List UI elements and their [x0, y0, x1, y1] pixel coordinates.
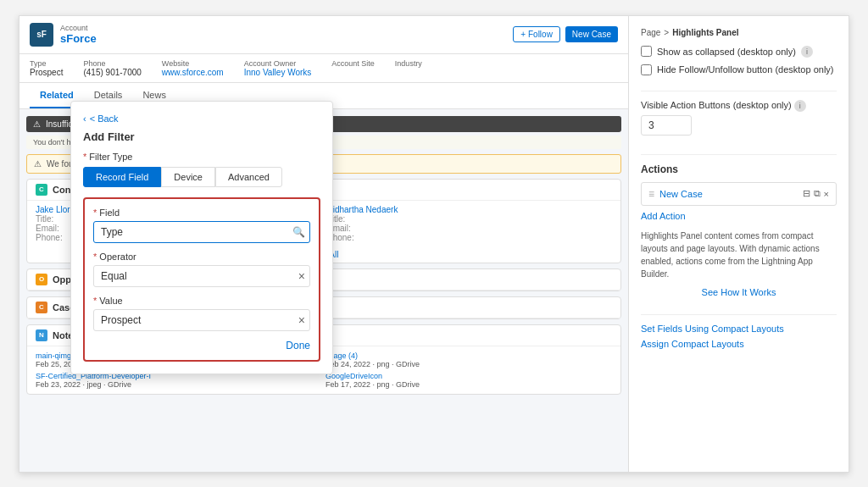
right-panel: Page > Highlights Panel Show as collapse…: [628, 16, 849, 472]
checkbox-follow-label: Hide Follow/Unfollow button (desktop onl…: [657, 64, 834, 75]
account-header: sF Account sForce + Follow New Case: [19, 16, 628, 54]
value-input-wrap: ×: [93, 309, 310, 331]
meta-industry-label: Industry: [395, 59, 422, 68]
filter-overlay-panel: ‹ < Back Add Filter * Filter Type Record…: [70, 101, 333, 374]
account-icon: sF: [30, 23, 53, 47]
contacts-icon: C: [36, 184, 47, 196]
operator-clear-icon[interactable]: ×: [298, 269, 305, 283]
opportunities-icon: O: [36, 274, 47, 285]
note-item-4: GoogleDriveIcon Feb 17, 2022 · png · GDr…: [326, 372, 612, 389]
alert-icon: ⚠: [33, 119, 41, 129]
checkbox-follow[interactable]: [641, 64, 652, 75]
info-icon-collapsed[interactable]: i: [801, 46, 813, 58]
action-icon-btn-1[interactable]: ⊟: [803, 188, 810, 199]
field-input-wrap: 🔍: [93, 221, 310, 243]
breadcrumb-current: Highlights Panel: [672, 28, 738, 37]
actions-label: Actions: [641, 163, 837, 175]
breadcrumb-page[interactable]: Page: [641, 28, 660, 37]
filter-tab-device[interactable]: Device: [161, 167, 215, 187]
contact-title-2: Title:: [327, 214, 612, 224]
action-icons: ⊟ ⧉ ×: [803, 188, 829, 199]
visible-actions-value: 3: [641, 115, 692, 136]
field-label: * Field: [93, 208, 310, 218]
action-icon-btn-2[interactable]: ⧉: [814, 188, 821, 199]
note-name-2[interactable]: image (4): [326, 351, 612, 360]
action-item-new-case: ≡ New Case ⊟ ⧉ ×: [641, 182, 837, 206]
account-meta: Type Prospect Phone (415) 901-7000 Websi…: [19, 54, 628, 83]
contact-name-2[interactable]: Sidhartha Nedaerk: [327, 205, 612, 214]
done-button[interactable]: Done: [286, 340, 310, 351]
contact-item-2: Sidhartha Nedaerk Title: Email: Phone:: [327, 205, 612, 242]
contact-phone-2: Phone:: [327, 233, 612, 242]
warning-icon: ⚠: [34, 159, 42, 169]
filter-tab-advanced[interactable]: Advanced: [215, 167, 282, 187]
info-text: Highlights Panel content comes from comp…: [641, 230, 837, 280]
filter-tab-record-field[interactable]: Record Field: [83, 167, 161, 187]
account-type-label: Account: [60, 24, 97, 32]
note-item-3: SF-Certified_Platform-Developer-I Feb 23…: [36, 372, 322, 389]
note-date-2: Feb 24, 2022 · png · GDrive: [326, 360, 612, 368]
operator-select-wrap: Equal ×: [93, 265, 310, 287]
action-name-new-case[interactable]: New Case: [659, 189, 703, 199]
set-fields-link[interactable]: Set Fields Using Compact Layouts: [641, 324, 837, 334]
notes-icon: N: [36, 329, 47, 341]
operator-select[interactable]: Equal: [93, 265, 310, 287]
filter-type-label: * Filter Type: [83, 152, 320, 162]
done-row: Done: [93, 340, 310, 351]
action-close-btn[interactable]: ×: [824, 189, 829, 199]
checkbox-collapsed-row: Show as collapsed (desktop only) i: [641, 46, 837, 58]
meta-site-label: Account Site: [331, 59, 375, 68]
meta-phone-label: Phone: [83, 59, 141, 68]
checkbox-collapsed-label: Show as collapsed (desktop only): [657, 47, 796, 57]
note-item-2: image (4) Feb 24, 2022 · png · GDrive: [326, 351, 612, 368]
add-action-link[interactable]: Add Action: [641, 211, 837, 221]
field-input[interactable]: [93, 221, 310, 243]
value-clear-icon[interactable]: ×: [298, 313, 305, 327]
operator-label: * Operator: [93, 252, 310, 262]
meta-owner-value[interactable]: Inno Valley Works: [244, 68, 312, 77]
info-icon-visible-actions[interactable]: i: [794, 100, 806, 112]
divider-2: [641, 154, 837, 155]
account-name: sForce: [60, 32, 97, 45]
back-link[interactable]: ‹ < Back: [83, 113, 320, 124]
meta-website-label: Website: [162, 59, 224, 68]
checkbox-follow-row: Hide Follow/Unfollow button (desktop onl…: [641, 64, 837, 75]
see-how-link[interactable]: See How It Works: [641, 287, 837, 297]
divider-3: [641, 314, 837, 315]
divider-1: [641, 91, 837, 91]
field-search-icon[interactable]: 🔍: [292, 226, 305, 238]
checkbox-collapsed[interactable]: [641, 46, 652, 57]
drag-icon[interactable]: ≡: [648, 188, 654, 200]
filter-type-tabs: Record Field Device Advanced: [83, 167, 320, 187]
new-case-header-button[interactable]: New Case: [565, 26, 618, 42]
action-item-left: ≡ New Case: [648, 188, 703, 200]
meta-owner-label: Account Owner: [244, 59, 312, 68]
visible-actions-label: Visible Action Buttons (desktop only) i: [641, 100, 837, 112]
cases-icon: C: [36, 302, 47, 313]
meta-type-value: Prospect: [30, 68, 63, 77]
note-date-4: Feb 17, 2022 · png · GDrive: [326, 380, 612, 389]
breadcrumb: Page > Highlights Panel: [641, 28, 837, 37]
follow-button[interactable]: + Follow: [513, 26, 560, 42]
contact-email-2: Email:: [327, 224, 612, 233]
value-input[interactable]: [93, 309, 310, 331]
note-name-4[interactable]: GoogleDriveIcon: [326, 372, 612, 380]
note-date-3: Feb 23, 2022 · jpeg · GDrive: [36, 380, 322, 389]
breadcrumb-separator: >: [664, 28, 669, 37]
filter-panel-title: Add Filter: [83, 130, 320, 143]
meta-phone-value: (415) 901-7000: [83, 68, 141, 77]
meta-type-label: Type: [30, 59, 63, 68]
field-section-box: * Field 🔍 * Operator Equal × * Value: [83, 197, 320, 362]
back-arrow-icon: ‹: [83, 113, 86, 124]
assign-layouts-link[interactable]: Assign Compact Layouts: [641, 339, 837, 349]
value-label: * Value: [93, 296, 310, 306]
meta-website-value[interactable]: www.sforce.com: [162, 68, 224, 77]
